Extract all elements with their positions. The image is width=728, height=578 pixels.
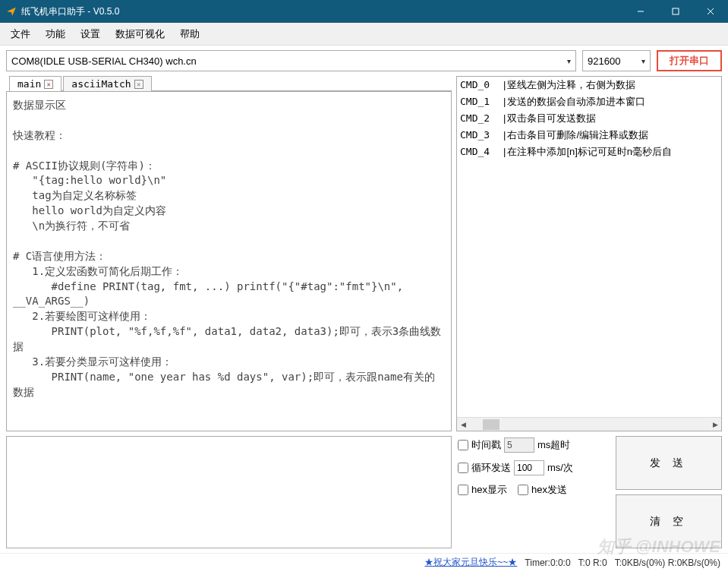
tab-asciimatch[interactable]: asciiMatch ✕ <box>63 76 151 91</box>
tabs: main ✕ asciiMatch ✕ <box>9 76 452 91</box>
tab-ascii-label: asciiMatch <box>71 78 131 90</box>
cmd-text: 发送的数据会自动添加进本窗口 <box>507 93 645 110</box>
menu-help[interactable]: 帮助 <box>172 24 207 44</box>
baud-select[interactable]: 921600 ▾ <box>582 50 651 71</box>
timestamp-unit: ms超时 <box>537 438 570 452</box>
close-button[interactable] <box>693 0 728 23</box>
send-input[interactable] <box>6 436 452 548</box>
chevron-down-icon: ▾ <box>567 57 571 65</box>
display-textarea[interactable]: 数据显示区 快速教程： # ASCII协议规则(字符串)： "{tag:hell… <box>6 91 452 431</box>
cmd-text: 双击条目可发送数据 <box>507 110 596 127</box>
menu-datavis[interactable]: 数据可视化 <box>108 24 172 44</box>
loop-checkbox[interactable] <box>458 463 468 473</box>
scroll-thumb[interactable] <box>483 419 500 430</box>
tab-main[interactable]: main ✕ <box>9 76 61 91</box>
open-port-button[interactable]: 打开串口 <box>657 50 722 71</box>
cmd-row[interactable]: CMD_0|竖线左侧为注释，右侧为数据 <box>457 77 721 93</box>
cmd-row[interactable]: CMD_4|在注释中添加[n]标记可延时n毫秒后自 <box>457 144 721 160</box>
close-icon[interactable]: ✕ <box>134 80 143 89</box>
window-title: 纸飞机串口助手 - V0.5.0 <box>21 5 623 18</box>
horizontal-scrollbar[interactable]: ◀ ▶ <box>457 417 721 431</box>
menu-func[interactable]: 功能 <box>38 24 73 44</box>
port-value: COM8(IDLE USB-SERIAL CH340) wch.cn <box>11 55 197 67</box>
cmd-list-pane: CMD_0|竖线左侧为注释，右侧为数据 CMD_1|发送的数据会自动添加进本窗口… <box>456 76 722 431</box>
close-icon[interactable]: ✕ <box>44 80 53 89</box>
cmd-text: 右击条目可删除/编辑注释或数据 <box>507 127 648 144</box>
hex-send-label: hex发送 <box>531 483 567 497</box>
maximize-button[interactable] <box>658 0 693 23</box>
menu-bar: 文件 功能 设置 数据可视化 帮助 <box>0 23 728 46</box>
cmd-row[interactable]: CMD_3|右击条目可删除/编辑注释或数据 <box>457 127 721 144</box>
menu-settings[interactable]: 设置 <box>73 24 108 44</box>
toolbar: COM8(IDLE USB-SERIAL CH340) wch.cn ▾ 921… <box>0 46 728 76</box>
cmd-row[interactable]: CMD_2|双击条目可发送数据 <box>457 110 721 127</box>
status-tr: T:0 R:0 <box>577 557 609 568</box>
status-greeting[interactable]: ★祝大家元旦快乐~~★ <box>423 556 518 569</box>
app-icon <box>6 6 17 17</box>
send-button[interactable]: 发 送 <box>616 436 722 490</box>
clear-button[interactable]: 清 空 <box>616 494 722 548</box>
status-bar: ★祝大家元旦快乐~~★ Timer:0:0:0 T:0 R:0 T:0KB/s(… <box>0 553 728 571</box>
timestamp-input[interactable] <box>504 437 534 453</box>
hex-display-checkbox[interactable] <box>458 485 468 495</box>
loop-input[interactable] <box>514 460 544 475</box>
chevron-down-icon: ▾ <box>641 57 645 65</box>
left-pane: main ✕ asciiMatch ✕ 数据显示区 快速教程： # ASCII协… <box>6 76 452 431</box>
minimize-button[interactable] <box>623 0 658 23</box>
cmd-list[interactable]: CMD_0|竖线左侧为注释，右侧为数据 CMD_1|发送的数据会自动添加进本窗口… <box>457 77 721 417</box>
scroll-left-icon[interactable]: ◀ <box>457 421 469 428</box>
menu-file[interactable]: 文件 <box>3 24 38 44</box>
timestamp-checkbox[interactable] <box>458 440 468 450</box>
cmd-text: 竖线左侧为注释，右侧为数据 <box>507 77 635 93</box>
hex-send-checkbox[interactable] <box>518 485 528 495</box>
hex-display-label: hex显示 <box>471 483 507 497</box>
title-bar: 纸飞机串口助手 - V0.5.0 <box>0 0 728 23</box>
baud-value: 921600 <box>588 55 620 67</box>
timestamp-label: 时间戳 <box>471 438 501 452</box>
status-kb: T:0KB/s(0%) R:0KB/s(0%) <box>613 557 722 568</box>
status-timer: Timer:0:0:0 <box>523 557 572 568</box>
controls: 时间戳 ms超时 循环发送 ms/次 hex显示 hex发送 发 送 清 空 <box>456 436 722 548</box>
scroll-right-icon[interactable]: ▶ <box>709 421 721 428</box>
cmd-text: 在注释中添加[n]标记可延时n毫秒后自 <box>507 144 672 160</box>
svg-rect-1 <box>673 8 679 14</box>
tab-main-label: main <box>17 78 41 90</box>
loop-label: 循环发送 <box>471 461 511 475</box>
cmd-row[interactable]: CMD_1|发送的数据会自动添加进本窗口 <box>457 93 721 110</box>
port-select[interactable]: COM8(IDLE USB-SERIAL CH340) wch.cn ▾ <box>6 50 576 71</box>
loop-unit: ms/次 <box>547 461 573 475</box>
